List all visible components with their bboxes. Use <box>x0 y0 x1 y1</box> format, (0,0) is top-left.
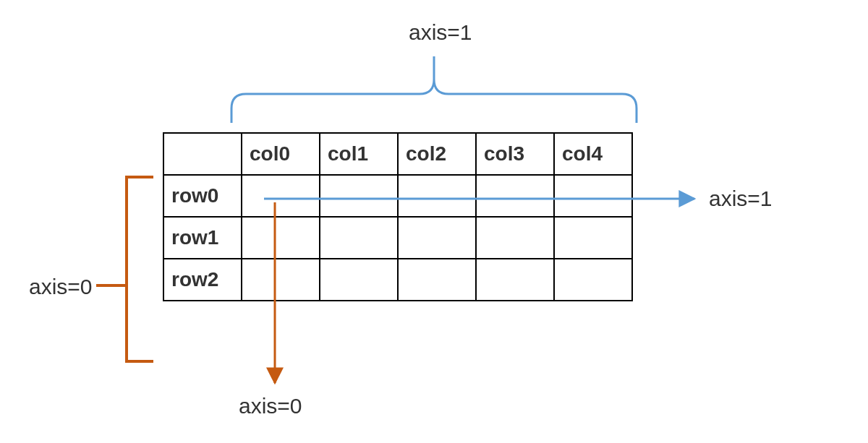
data-row: row2 <box>163 259 632 301</box>
row-header: row2 <box>163 259 242 301</box>
corner-cell <box>163 133 242 175</box>
axis1-top-label: axis=1 <box>409 20 472 45</box>
data-cell <box>320 259 398 301</box>
col-header: col2 <box>398 133 476 175</box>
axis1-top-brace <box>231 56 637 123</box>
data-cell <box>398 259 476 301</box>
row-header: row0 <box>163 175 242 217</box>
data-cell <box>398 175 476 217</box>
col-header: col3 <box>476 133 554 175</box>
data-cell <box>476 259 554 301</box>
data-row: row1 <box>163 217 632 259</box>
axis0-bottom-label: axis=0 <box>239 394 302 418</box>
axis1-right-label: axis=1 <box>709 186 773 211</box>
data-cell <box>554 175 632 217</box>
data-cell <box>398 217 476 259</box>
data-cell <box>476 217 554 259</box>
grid-table: col0 col1 col2 col3 col4 row0 row1 row2 <box>163 132 633 301</box>
data-cell <box>320 175 398 217</box>
data-row: row0 <box>163 175 632 217</box>
data-cell <box>242 259 320 301</box>
data-cell <box>242 217 320 259</box>
data-cell <box>242 175 320 217</box>
data-cell <box>320 217 398 259</box>
col-header: col1 <box>320 133 398 175</box>
data-cell <box>476 175 554 217</box>
axis0-left-label: axis=0 <box>29 275 93 299</box>
header-row: col0 col1 col2 col3 col4 <box>163 133 632 175</box>
data-cell <box>554 259 632 301</box>
axis0-left-bracket <box>98 177 152 361</box>
col-header: col4 <box>554 133 632 175</box>
col-header: col0 <box>242 133 320 175</box>
data-cell <box>554 217 632 259</box>
row-header: row1 <box>163 217 242 259</box>
